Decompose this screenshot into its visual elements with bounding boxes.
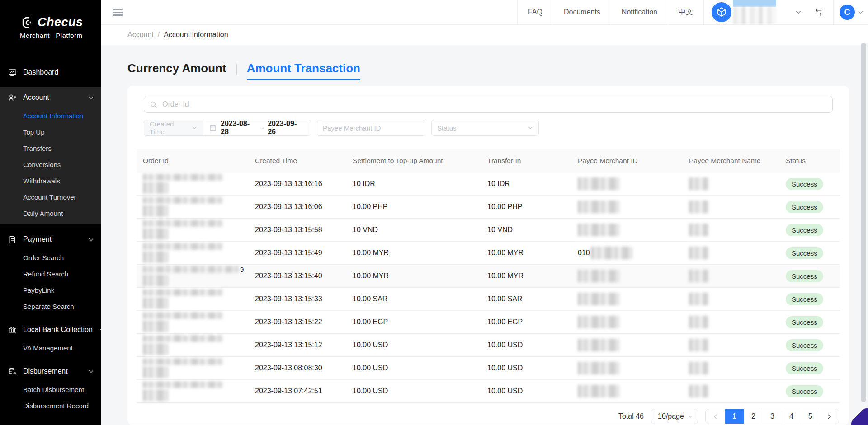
switch-account-icon[interactable] bbox=[814, 8, 823, 17]
sidebar-item-daily-amount[interactable]: Daily Amount bbox=[0, 205, 101, 222]
menu-toggle-button[interactable] bbox=[113, 9, 123, 16]
brand-subtitle: Merchant Platform bbox=[20, 32, 101, 39]
page-button-3[interactable]: 3 bbox=[763, 409, 782, 424]
sidebar-item-label: Dashboard bbox=[23, 68, 94, 76]
redacted-block bbox=[143, 228, 168, 240]
payee-id-redacted bbox=[578, 177, 619, 190]
sidebar-item-batch-disbursement[interactable]: Batch Disbursement bbox=[0, 382, 101, 398]
redacted-bar bbox=[143, 335, 223, 342]
sidebar-item-conversions[interactable]: Conversions bbox=[0, 157, 101, 173]
page-button-4[interactable]: 4 bbox=[782, 409, 801, 424]
cell-payee-merchant-id bbox=[571, 270, 683, 282]
sidebar-item-paybylink[interactable]: PaybyLink bbox=[0, 282, 101, 299]
cell-order-id bbox=[137, 289, 249, 309]
avatar-chevron-down-icon[interactable] bbox=[858, 9, 863, 15]
sidebar-item-top-up[interactable]: Top Up bbox=[0, 124, 101, 140]
sidebar-item-refund-search[interactable]: Refund Search bbox=[0, 266, 101, 282]
page-button-5[interactable]: 5 bbox=[801, 409, 820, 424]
avatar[interactable]: C bbox=[840, 5, 855, 20]
header-link-notification[interactable]: Notification bbox=[611, 0, 668, 24]
status-select[interactable]: Status bbox=[431, 120, 539, 136]
sidebar-item-account-information[interactable]: Account Information bbox=[0, 108, 101, 124]
order-id-redacted bbox=[143, 312, 249, 332]
table-row: 2023-09-13 13:16:0610.00 PHP10.00 PHPSuc… bbox=[137, 196, 840, 219]
header-link-faq[interactable]: FAQ bbox=[517, 0, 553, 24]
total-count: Total 46 bbox=[618, 412, 644, 420]
header-right: FAQ Documents Notification 中文 bbox=[517, 0, 868, 24]
cell-transfer-in: 10 IDR bbox=[481, 180, 571, 188]
cell-status: Success bbox=[779, 178, 840, 190]
tab-amount-transaction[interactable]: Amount Transaction bbox=[247, 61, 360, 80]
cell-transfer-in: 10 VND bbox=[481, 226, 571, 234]
cell-payee-merchant-name bbox=[683, 270, 779, 282]
cell-payee-merchant-name bbox=[683, 339, 779, 351]
sidebar-item-order-search[interactable]: Order Search bbox=[0, 250, 101, 266]
sidebar-item-disbursement-record[interactable]: Disbursement Record bbox=[0, 398, 101, 414]
sidebar-item-account[interactable]: Account bbox=[0, 87, 101, 108]
header-link-documents[interactable]: Documents bbox=[553, 0, 611, 24]
sidebar-item-payment[interactable]: Payment bbox=[0, 229, 101, 250]
table-row: 2023-09-13 13:16:1610 IDR10 IDRSuccess bbox=[137, 173, 840, 196]
cell-payee-merchant-id bbox=[571, 177, 683, 190]
cell-order-id bbox=[137, 243, 249, 263]
cell-order-id bbox=[137, 197, 249, 217]
sidebar-item-dashboard[interactable]: Dashboard bbox=[0, 62, 101, 83]
sidebar-item-withdrawals[interactable]: Withdrawals bbox=[0, 173, 101, 189]
created-time-select[interactable]: Created Time bbox=[144, 120, 203, 135]
redacted-bar bbox=[143, 243, 223, 250]
payee-merchant-id-input[interactable] bbox=[317, 120, 425, 136]
status-badge: Success bbox=[786, 178, 823, 190]
cell-order-id bbox=[137, 220, 249, 240]
header-divider bbox=[833, 0, 834, 25]
date-range-picker[interactable]: 2023-08-28 - 2023-09-26 bbox=[203, 120, 311, 135]
cell-settlement: 10.00 MYR bbox=[346, 272, 481, 280]
sidebar-item-separate-search[interactable]: Separate Search bbox=[0, 299, 101, 315]
cell-settlement: 10.00 SAR bbox=[346, 295, 481, 303]
scrollbar-thumb[interactable] bbox=[861, 43, 866, 402]
menu-group-local-bank-collection: Local Bank CollectionVA Management bbox=[0, 319, 101, 356]
cell-settlement: 10.00 EGP bbox=[346, 318, 481, 326]
order-id-search[interactable] bbox=[144, 96, 833, 113]
sidebar-item-transfers[interactable]: Transfers bbox=[0, 140, 101, 157]
menu-group-account: AccountAccount InformationTop UpTransfer… bbox=[0, 87, 101, 224]
next-page-button[interactable] bbox=[820, 409, 839, 424]
status-badge: Success bbox=[786, 316, 823, 328]
payee-name-redacted bbox=[689, 362, 708, 374]
table-row: 92023-09-13 13:15:4010.00 MYR10.00 MYRSu… bbox=[137, 265, 840, 288]
status-badge: Success bbox=[786, 270, 823, 282]
cell-order-id: 9 bbox=[137, 266, 249, 286]
redacted-block bbox=[143, 320, 168, 332]
cell-created-time: 2023-09-13 13:15:40 bbox=[249, 272, 346, 280]
brand-name: Checus bbox=[38, 15, 83, 29]
page-button-1[interactable]: 1 bbox=[725, 409, 744, 424]
sidebar-item-label: Payment bbox=[23, 235, 82, 243]
cell-status: Success bbox=[779, 247, 840, 259]
filter-bar: Created Time 2023-08-28 bbox=[144, 120, 833, 136]
breadcrumb-account[interactable]: Account bbox=[127, 31, 154, 39]
sidebar-item-va-management[interactable]: VA Management bbox=[0, 340, 101, 356]
cell-settlement: 10 IDR bbox=[346, 180, 481, 188]
payee-id-redacted bbox=[578, 224, 619, 236]
cell-order-id bbox=[137, 174, 249, 194]
merchant-chevron-down-icon[interactable] bbox=[795, 9, 802, 15]
transactions-table: Order Id Created Time Settlement to Top-… bbox=[137, 149, 840, 403]
page-button-2[interactable]: 2 bbox=[744, 409, 763, 424]
sidebar-item-disbursement[interactable]: Disbursement bbox=[0, 361, 101, 382]
order-id-redacted bbox=[143, 289, 249, 309]
search-input[interactable] bbox=[161, 100, 827, 109]
table-header-row: Order Id Created Time Settlement to Top-… bbox=[137, 149, 840, 173]
prev-page-button[interactable] bbox=[706, 409, 725, 424]
page-size-select[interactable]: 10/page bbox=[651, 409, 698, 424]
redacted-bar bbox=[143, 381, 223, 388]
tab-currency-amount[interactable]: Currency Amount bbox=[127, 61, 226, 80]
header-link-language[interactable]: 中文 bbox=[668, 0, 703, 24]
chevron-down-icon bbox=[528, 125, 533, 131]
cell-transfer-in: 10.00 USD bbox=[481, 387, 571, 395]
sidebar-item-local-bank-collection[interactable]: Local Bank Collection bbox=[0, 319, 101, 340]
chevron-down-icon bbox=[192, 125, 197, 131]
cell-payee-merchant-id bbox=[571, 385, 683, 397]
cell-status: Success bbox=[779, 224, 840, 236]
sidebar-item-account-turnover[interactable]: Account Turnover bbox=[0, 189, 101, 205]
cell-transfer-in: 10.00 SAR bbox=[481, 295, 571, 303]
cube-icon[interactable] bbox=[712, 2, 731, 22]
